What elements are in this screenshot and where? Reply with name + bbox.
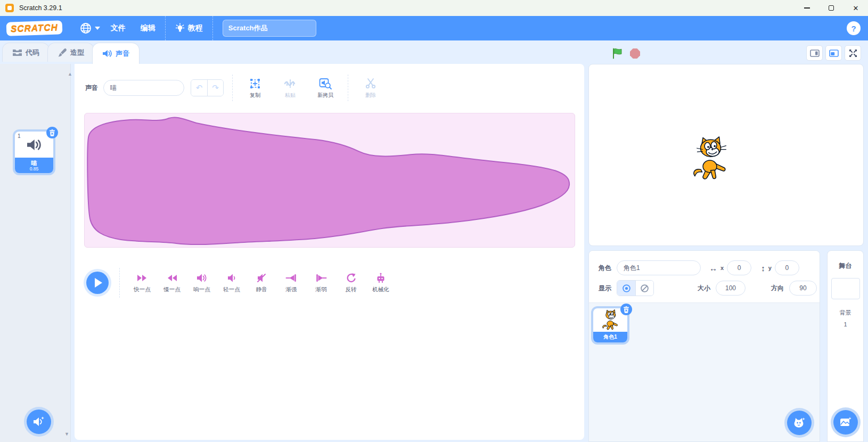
sprite-direction-input[interactable] xyxy=(789,281,817,296)
copy-button[interactable]: 复制 xyxy=(241,77,269,99)
play-sound-button[interactable] xyxy=(86,272,109,294)
sprite-item[interactable]: 角色1 xyxy=(593,308,627,342)
fullscreen-button[interactable] xyxy=(845,45,861,61)
speaker-icon xyxy=(102,49,112,58)
sound-editor-panel: 声音 ↶ ↷ 复制 粘贴 xyxy=(75,64,584,440)
stage[interactable] xyxy=(588,64,864,246)
copy-label: 复制 xyxy=(250,92,260,99)
add-backdrop-icon xyxy=(839,416,852,428)
add-sound-button[interactable] xyxy=(27,410,51,434)
effect-label: 慢一点 xyxy=(163,286,181,293)
small-stage-button[interactable] xyxy=(806,45,823,61)
backdrop-thumbnail[interactable] xyxy=(831,278,860,299)
add-sprite-button[interactable] xyxy=(787,411,812,435)
project-name-input[interactable] xyxy=(223,20,316,37)
stop-button[interactable] xyxy=(630,48,640,59)
show-sprite-button[interactable] xyxy=(617,281,635,296)
large-stage-icon xyxy=(829,50,839,57)
scissors-icon xyxy=(364,77,377,90)
stage-pane[interactable]: 舞台 背景 1 xyxy=(827,250,864,442)
green-flag-button[interactable] xyxy=(611,47,624,60)
undo-icon: ↶ xyxy=(196,83,203,93)
maximize-button[interactable] xyxy=(819,0,844,16)
tab-code[interactable]: 代码 xyxy=(2,43,50,62)
delete-button[interactable]: 删除 xyxy=(357,77,384,99)
sprite-x-input[interactable] xyxy=(727,260,751,275)
direction-label: 方向 xyxy=(771,284,784,293)
lightbulb-icon xyxy=(175,23,185,34)
tab-costumes[interactable]: 造型 xyxy=(47,43,94,62)
undo-button[interactable]: ↶ xyxy=(191,80,207,96)
sprite-pane: 角色 ↔ x ↕ y 显示 xyxy=(588,250,820,442)
copy-to-new-button[interactable]: 新拷贝 xyxy=(312,77,339,99)
effect-louder[interactable]: 响一点 xyxy=(187,272,217,293)
close-button[interactable]: ✕ xyxy=(844,0,868,16)
scratch-cat-sprite[interactable] xyxy=(690,136,730,182)
effect-label: 机械化 xyxy=(372,286,389,293)
tab-sounds[interactable]: 声音 xyxy=(92,43,140,64)
scroll-up-arrow[interactable]: ▲ xyxy=(68,71,72,77)
effect-reverse[interactable]: 反转 xyxy=(336,272,366,293)
hide-sprite-button[interactable] xyxy=(635,281,653,296)
trash-icon xyxy=(623,306,629,313)
paste-button[interactable]: 粘贴 xyxy=(276,77,304,99)
robot-icon xyxy=(375,272,387,284)
trash-icon xyxy=(49,129,55,136)
louder-icon xyxy=(196,272,208,284)
scroll-down-arrow[interactable]: ▼ xyxy=(64,431,69,437)
effect-fade-in[interactable]: 渐强 xyxy=(276,272,306,293)
delete-sound-button[interactable] xyxy=(46,127,58,138)
slower-icon xyxy=(166,272,178,284)
minimize-button[interactable] xyxy=(795,0,819,16)
show-label: 显示 xyxy=(599,284,611,293)
menu-file[interactable]: 文件 xyxy=(103,17,133,39)
menu-edit[interactable]: 编辑 xyxy=(133,17,163,39)
effect-softer[interactable]: 轻一点 xyxy=(217,272,247,293)
waveform-shape xyxy=(85,113,575,247)
effect-fade-out[interactable]: 渐弱 xyxy=(306,272,336,293)
window-title: Scratch 3.29.1 xyxy=(19,4,62,12)
sound-effects-toolbar: 快一点 慢一点 响一点 轻一点 xyxy=(84,265,574,300)
effect-label: 快一点 xyxy=(134,286,151,293)
sprite-size-input[interactable] xyxy=(716,281,746,296)
sound-name-label: 声音 xyxy=(85,84,98,93)
language-menu[interactable] xyxy=(76,20,103,37)
effects-divider xyxy=(119,268,120,298)
fullscreen-icon xyxy=(849,49,857,58)
large-stage-button[interactable] xyxy=(825,45,842,61)
sound-name-input[interactable] xyxy=(103,80,184,96)
help-button[interactable]: ? xyxy=(847,21,861,35)
delete-sprite-button[interactable] xyxy=(620,304,632,315)
copy-to-new-icon xyxy=(318,77,332,90)
eye-hidden-icon xyxy=(640,284,649,293)
effect-faster[interactable]: 快一点 xyxy=(127,272,157,293)
tab-code-label: 代码 xyxy=(26,48,39,58)
effect-robot[interactable]: 机械化 xyxy=(366,272,396,293)
backdrop-label: 背景 xyxy=(828,309,863,317)
sound-duration: 0.85 xyxy=(30,166,39,171)
sprite-name-input[interactable] xyxy=(617,260,701,275)
toolbar-divider xyxy=(348,75,348,101)
x-label: x xyxy=(720,265,724,271)
redo-icon: ↷ xyxy=(212,83,219,93)
y-position-icon: ↕ xyxy=(761,264,765,273)
waveform-canvas[interactable] xyxy=(84,113,575,248)
sound-item-meow[interactable]: 1 喵 0.85 xyxy=(15,132,53,173)
menu-tutorials-label: 教程 xyxy=(188,23,203,33)
backdrop-count: 1 xyxy=(828,321,863,328)
sprite-info-panel: 角色 ↔ x ↕ y 显示 xyxy=(589,251,820,303)
sprite-y-input[interactable] xyxy=(775,260,799,275)
tab-costumes-label: 造型 xyxy=(70,48,84,58)
add-sprite-icon xyxy=(793,417,806,429)
y-label: y xyxy=(768,265,772,271)
toolbar-divider xyxy=(232,75,233,101)
tab-bar: 代码 造型 声音 xyxy=(0,40,868,64)
menu-tutorials[interactable]: 教程 xyxy=(168,16,210,40)
scratch-logo[interactable]: SCRATCH xyxy=(6,20,63,36)
effect-slower[interactable]: 慢一点 xyxy=(157,272,187,293)
redo-button[interactable]: ↷ xyxy=(207,80,223,96)
add-backdrop-button[interactable] xyxy=(833,410,858,435)
close-icon: ✕ xyxy=(853,5,859,12)
effect-mute[interactable]: 静音 xyxy=(247,272,276,293)
stage-pane-title: 舞台 xyxy=(828,261,863,271)
